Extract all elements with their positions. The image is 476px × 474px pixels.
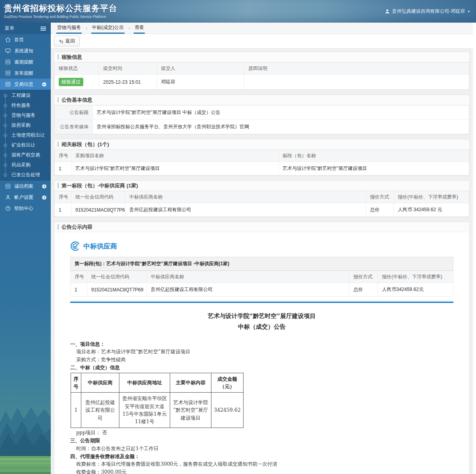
price-method: 总价	[349, 283, 378, 297]
sidebar-item-label: 逾期提醒	[14, 59, 33, 66]
table-row: 公告标题 艺术与设计学院"黔艺时空"展厅建设项目 中标（成交）公告	[55, 106, 469, 120]
toolbar: 返回	[51, 34, 473, 48]
sidebar-submenu-trade-info: 工程建设 特色服务 货物与服务 政府采购 土地使用权出让 矿业权出让 国有产权交…	[0, 90, 51, 181]
col-header: 标段（包）名称	[278, 150, 469, 162]
section-title: 公告基本信息	[54, 95, 469, 105]
doc-heading: 二、中标（成交）信息	[70, 364, 453, 371]
winner-table: 序号 统一社会信用代码 中标供应商名称 报价方式 报价(中标价、下浮率或费率) …	[54, 191, 469, 217]
breadcrumb-separator: ›	[125, 23, 134, 34]
sidebar-subitem-goods-services[interactable]: 货物与服务	[0, 110, 51, 120]
field-value: 贵州省招标投标公共服务平台、贵州开放大学（贵州职业技术学院）官网	[93, 120, 469, 134]
doc-line: 收费标准：本项目代理服务费固定收取3000元，服务费在成交人领取成交通知书前一次…	[70, 460, 453, 468]
sidebar-item-label: 首页	[14, 37, 24, 43]
col-header: 序号	[55, 150, 71, 162]
back-arrow-icon	[59, 39, 63, 44]
sidebar-subitem-published-notices[interactable]: 已发公告处理	[0, 170, 51, 180]
verify-section: 核验信息 核验状态 提交时间 提交人 原因说明 核验通过 2025-12-23 …	[54, 52, 470, 90]
section-title: 公告公示内容	[54, 222, 469, 232]
table-row: 1 91520421MAC8QT7P69 贵州亿起投建设工程有限公司 总价 人民…	[71, 283, 453, 297]
announcement-document: 艺术与设计学院“黔艺时空”展厅建设项目 中标（成交）公告 一、项目信息： 项目名…	[70, 311, 453, 474]
app-subtitle: GuiZhou Province Tendering and Bidding P…	[4, 15, 117, 19]
basic-info-table: 公告标题 艺术与设计学院"黔艺时空"展厅建设项目 中标（成交）公告 公告发布媒体…	[54, 105, 469, 134]
sidebar-item-system-notice[interactable]: 系统通知	[0, 45, 51, 56]
target-check-icon	[70, 241, 81, 251]
col-header: 成交金额（元）	[211, 373, 244, 393]
home-icon	[5, 37, 11, 42]
related-sections-section: 相关标段（包）(1个) 序号 采购项目名称 标段（包）名称 1 艺术与设计学院"…	[54, 139, 470, 176]
monitor-icon	[5, 48, 11, 54]
basic-info-section: 公告基本信息 公告标题 艺术与设计学院"黔艺时空"展厅建设项目 中标（成交）公告…	[54, 94, 470, 135]
col-header: 报价方式	[366, 191, 394, 203]
price-value: 人民币342459.62元	[378, 283, 453, 297]
supplier-name: 贵州亿起投建设工程有限公司	[125, 203, 366, 217]
announcement-body: 中标供应商 第一标段(包)：艺术与设计学院“黔艺时空”展厅建设项目 -中标供应商…	[54, 232, 469, 474]
announcement-winner-table-wrap: 序号 统一社会信用代码 中标供应商名称 报价方式 报价(中标价、下浮率或费率) …	[70, 271, 453, 303]
doc-line: 采购方式：竞争性磋商	[70, 356, 453, 363]
brand: 贵州省招标投标公共服务平台 GuiZhou Province Tendering…	[4, 3, 117, 19]
sidebar-subitem-engineering[interactable]: 工程建设	[0, 91, 51, 100]
col-header: 中标供应商	[81, 373, 119, 393]
col-header: 提交时间	[99, 63, 157, 75]
project-name: 艺术与设计学院"黔艺时空"展厅建设项目	[71, 162, 279, 175]
sidebar-subitem-state-property[interactable]: 国有产权交易	[0, 150, 51, 160]
doc-heading: 三、公告期限	[70, 437, 453, 444]
sidebar-item-trade-info[interactable]: 交易信息	[0, 79, 51, 90]
sidebar-item-account-settings[interactable]: 帐户设置	[0, 192, 51, 203]
col-header: 报价(中标价、下浮率或费率)	[378, 271, 453, 283]
hamburger-icon[interactable]	[40, 27, 46, 31]
sidebar-item-overdue-reminder[interactable]: 逾期提醒	[0, 56, 51, 67]
credit-code: 91520421MAC8QT7P69	[71, 203, 125, 217]
menu-label: 菜单	[5, 25, 14, 32]
breadcrumb-view[interactable]: 查看	[134, 23, 145, 34]
field-value: 艺术与设计学院"黔艺时空"展厅建设项目 中标（成交）公告	[93, 106, 469, 120]
row-no: 1	[55, 203, 71, 217]
sidebar-item-label: 交易信息	[14, 81, 33, 88]
col-header: 报价(中标价、下浮率或费率)	[394, 191, 469, 203]
doc-line: 项目名称：艺术与设计学院“黔艺时空”展厅建设项目	[70, 348, 453, 355]
app-title: 贵州省招标投标公共服务平台	[4, 3, 117, 14]
col-header: 提交人	[157, 63, 244, 75]
sidebar-subitem-mining-rights[interactable]: 矿业权出让	[0, 140, 51, 150]
status-badge: 核验通过	[59, 78, 83, 86]
sidebar-item-label: 帮助中心	[14, 205, 33, 212]
sidebar: 菜单 首页 系统通知 逾期提醒 发布提醒 交易信息 工	[0, 23, 51, 474]
sidebar-item-credit-archive[interactable]: 诚信档案	[0, 181, 51, 192]
price-value: 人民币 342459.62 元	[394, 203, 469, 217]
sidebar-subitem-drug-procurement[interactable]: 药品采购	[0, 160, 51, 170]
back-button[interactable]: 返回	[54, 36, 80, 46]
credit-code: 91520421MAC8QT7P69	[87, 283, 147, 297]
col-header: 报价方式	[349, 271, 378, 283]
sidebar-subitem-land-use[interactable]: 土地使用权出让	[0, 130, 51, 140]
document-icon	[5, 70, 11, 76]
table-row: 公告发布媒体 贵州省招标投标公共服务平台、贵州开放大学（贵州职业技术学院）官网	[55, 120, 469, 134]
related-sections-table: 序号 采购项目名称 标段（包）名称 1 艺术与设计学院"黔艺时空"展厅建设项目 …	[54, 150, 469, 175]
chevron-down-circle-icon	[42, 82, 47, 87]
sidebar-subitem-gov-procurement[interactable]: 政府采购	[0, 120, 51, 130]
logo-label: 中标供应商	[83, 242, 117, 251]
doc-heading: 一、项目信息：	[70, 340, 453, 348]
breadcrumb-award-publicity[interactable]: 中标(成交)公示	[91, 23, 125, 34]
document-icon	[5, 81, 11, 87]
document-icon	[5, 183, 11, 189]
sidebar-landscape-image	[0, 373, 51, 474]
col-header: 统一社会信用代码	[71, 191, 125, 203]
person-icon	[385, 9, 390, 14]
sidebar-item-home[interactable]: 首页	[0, 34, 51, 45]
doc-heading: 四、代理服务收费标准及金额：	[70, 453, 453, 460]
col-header: 采购项目名称	[71, 150, 279, 162]
col-header: 序号	[71, 271, 87, 283]
user-menu[interactable]: 贵州弘典建设咨询有限公司-邓廷容 ▾	[385, 0, 470, 23]
breadcrumb-separator: ›	[82, 23, 91, 34]
blue-divider	[70, 301, 453, 303]
section-title: 核验信息	[54, 52, 469, 62]
col-header: 中标供应商地址	[119, 373, 170, 393]
sidebar-item-help-center[interactable]: 帮助中心	[0, 203, 51, 214]
main-content: 货物与服务 › 中标(成交)公示 › 查看 返回 核验信息 核验状态 提交时间 …	[51, 23, 473, 474]
sidebar-item-label: 发布提醒	[14, 70, 33, 77]
row-no: 1	[55, 162, 71, 175]
sidebar-subitem-special-service[interactable]: 特色服务	[0, 100, 51, 110]
breadcrumb-goods-services[interactable]: 货物与服务	[56, 23, 82, 34]
chevron-right-circle-icon	[42, 184, 47, 189]
sidebar-item-publish-reminder[interactable]: 发布提醒	[0, 67, 51, 79]
doc-title-line2: 中标（成交）公告	[70, 322, 453, 332]
